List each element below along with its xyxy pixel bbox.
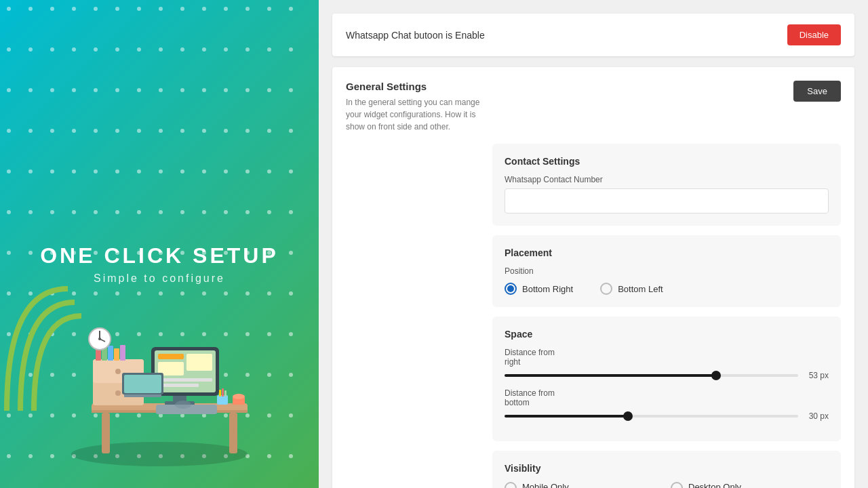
space-title: Space bbox=[505, 329, 829, 340]
settings-description: In the general setting you can mange you… bbox=[346, 96, 481, 133]
svg-point-33 bbox=[233, 394, 245, 399]
distance-right-track[interactable] bbox=[505, 374, 798, 377]
space-card: Space Distance fromright 53 px bbox=[492, 317, 841, 441]
general-settings-panel: General Settings In the general setting … bbox=[332, 67, 854, 488]
right-panel: Whatsapp Chat butoon is Enable Disable G… bbox=[319, 0, 868, 488]
svg-point-0 bbox=[71, 442, 248, 466]
sub-title: Simple to configure bbox=[94, 272, 225, 285]
placement-card: Placement Position Bottom Right Bottom L… bbox=[492, 235, 841, 307]
distance-right-slider-container: 53 px bbox=[505, 371, 829, 380]
svg-rect-35 bbox=[219, 390, 221, 396]
settings-header: General Settings In the general setting … bbox=[346, 81, 841, 133]
disable-button[interactable]: Disable bbox=[787, 24, 841, 45]
distance-bottom-slider-container: 30 px bbox=[505, 411, 829, 421]
settings-left-col bbox=[346, 144, 481, 488]
status-text: Whatsapp Chat butoon is Enable bbox=[346, 30, 485, 41]
svg-point-8 bbox=[115, 369, 121, 374]
radio-bottom-right-label: Bottom Right bbox=[522, 284, 573, 294]
svg-rect-20 bbox=[186, 354, 212, 371]
visibility-desktop-only-text: Desktop Only Show chat butoon on desktop… bbox=[688, 482, 829, 488]
distance-bottom-track[interactable] bbox=[505, 415, 798, 418]
distance-right-thumb[interactable] bbox=[711, 371, 721, 380]
contact-card-title: Contact Settings bbox=[505, 156, 829, 167]
visibility-mobile-only[interactable]: Mobile Only Show chat butoon on mobile d… bbox=[505, 482, 663, 488]
svg-rect-4 bbox=[229, 413, 237, 453]
svg-rect-37 bbox=[224, 390, 226, 396]
visibility-desktop-only[interactable]: Desktop Only Show chat butoon on desktop… bbox=[671, 482, 829, 488]
main-title: ONE CLICK SETUP bbox=[40, 243, 279, 268]
svg-rect-27 bbox=[124, 375, 161, 393]
svg-point-9 bbox=[115, 390, 121, 396]
phone-label: Whatsapp Contact Number bbox=[505, 175, 829, 184]
position-bottom-right[interactable]: Bottom Right bbox=[505, 283, 573, 295]
status-bar: Whatsapp Chat butoon is Enable Disable bbox=[332, 14, 854, 56]
left-content: ONE CLICK SETUP Simple to configure bbox=[0, 243, 319, 488]
radio-bottom-left-circle bbox=[600, 283, 612, 295]
svg-rect-22 bbox=[158, 378, 212, 382]
distance-bottom-thumb[interactable] bbox=[623, 411, 633, 421]
svg-rect-36 bbox=[222, 388, 224, 396]
svg-point-38 bbox=[175, 401, 191, 409]
placement-title: Placement bbox=[505, 247, 829, 258]
position-bottom-left[interactable]: Bottom Left bbox=[600, 283, 663, 295]
svg-rect-19 bbox=[158, 354, 184, 359]
desktop-only-label: Desktop Only bbox=[688, 482, 829, 488]
svg-rect-3 bbox=[102, 413, 110, 453]
desk-illustration bbox=[51, 298, 268, 474]
svg-rect-14 bbox=[120, 345, 125, 361]
radio-bottom-right-circle bbox=[505, 283, 517, 295]
settings-body: Contact Settings Whatsapp Contact Number… bbox=[346, 144, 841, 488]
distance-right-label: Distance fromright bbox=[505, 348, 829, 367]
svg-rect-23 bbox=[158, 384, 199, 387]
distance-right-row: Distance fromright 53 px bbox=[505, 348, 829, 380]
left-panel: ONE CLICK SETUP Simple to configure bbox=[0, 0, 319, 488]
radio-mobile-only-circle bbox=[505, 482, 517, 488]
phone-input[interactable] bbox=[505, 188, 829, 214]
radio-bottom-left-label: Bottom Left bbox=[618, 284, 663, 294]
distance-right-value: 53 px bbox=[805, 371, 829, 380]
radio-desktop-only-circle bbox=[671, 482, 683, 488]
settings-header-left: General Settings In the general setting … bbox=[346, 81, 481, 133]
settings-title: General Settings bbox=[346, 81, 481, 92]
svg-rect-12 bbox=[108, 346, 113, 361]
save-button[interactable]: Save bbox=[793, 81, 841, 102]
svg-rect-13 bbox=[114, 348, 119, 361]
visibility-card: Visiblity Mobile Only Show chat butoon o… bbox=[492, 451, 841, 488]
svg-rect-34 bbox=[217, 395, 228, 405]
settings-right-col: Contact Settings Whatsapp Contact Number… bbox=[492, 144, 841, 488]
visibility-title: Visiblity bbox=[505, 463, 829, 474]
position-label: Position bbox=[505, 266, 829, 276]
mobile-only-label: Mobile Only bbox=[522, 482, 663, 488]
distance-right-fill bbox=[505, 374, 716, 377]
distance-bottom-value: 30 px bbox=[805, 411, 829, 421]
distance-bottom-label: Distance frombottom bbox=[505, 388, 829, 407]
position-options: Bottom Right Bottom Left bbox=[505, 283, 829, 295]
visibility-mobile-only-text: Mobile Only Show chat butoon on mobile d… bbox=[522, 482, 663, 488]
visibility-options: Mobile Only Show chat butoon on mobile d… bbox=[505, 482, 829, 488]
distance-bottom-row: Distance frombottom 30 px bbox=[505, 388, 829, 421]
distance-bottom-fill bbox=[505, 415, 628, 418]
contact-settings-card: Contact Settings Whatsapp Contact Number bbox=[492, 144, 841, 226]
